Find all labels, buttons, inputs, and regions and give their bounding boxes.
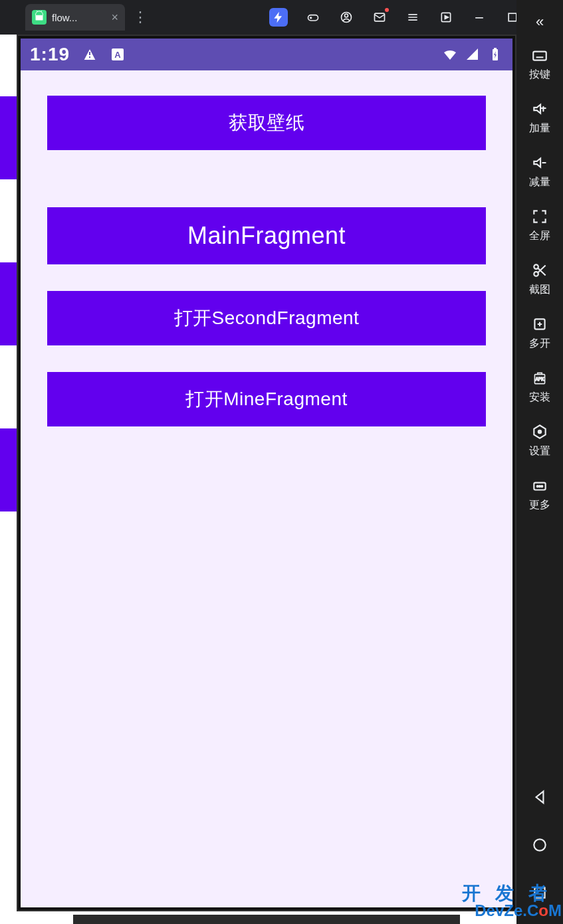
- svg-point-18: [541, 486, 542, 487]
- main-fragment-button[interactable]: MainFragment: [47, 207, 486, 264]
- settings-icon: [531, 423, 548, 440]
- watermark-line1: 开发者: [462, 884, 562, 903]
- menu-icon[interactable]: [405, 9, 421, 25]
- sidebar-label: 更多: [529, 498, 550, 512]
- home-icon[interactable]: [531, 836, 548, 856]
- android-status-bar: 1:19 A: [21, 39, 512, 70]
- android-icon: [32, 10, 47, 25]
- horizontal-scrollbar[interactable]: [73, 915, 460, 924]
- apk-icon: APK: [531, 369, 548, 387]
- bolt-icon[interactable]: [269, 8, 288, 27]
- svg-point-3: [345, 14, 348, 17]
- more-icon: [531, 477, 548, 494]
- sidebar-label: 按键: [529, 68, 550, 82]
- sidebar-label: 减量: [529, 175, 550, 189]
- sidebar-label: 设置: [529, 444, 550, 458]
- app-content: 获取壁纸 MainFragment 打开SecondFragment 打开Min…: [21, 70, 512, 426]
- browser-tab[interactable]: flow... ×: [25, 4, 125, 31]
- sidebar-label: 多开: [529, 337, 550, 351]
- close-tab-icon[interactable]: ×: [111, 11, 118, 25]
- scissors-icon: [531, 262, 548, 279]
- back-icon[interactable]: [531, 788, 548, 808]
- open-mine-button[interactable]: 打开MineFragment: [47, 372, 486, 426]
- svg-rect-6: [508, 13, 516, 21]
- open-second-button[interactable]: 打开SecondFragment: [47, 291, 486, 345]
- collapse-icon[interactable]: «: [536, 13, 544, 31]
- svg-rect-7: [533, 52, 546, 60]
- sidebar-label: 全屏: [529, 229, 550, 243]
- svg-text:APK: APK: [535, 377, 544, 381]
- watermark-line2: DevZe.CoM: [462, 903, 562, 919]
- sidebar-item-settings[interactable]: 设置: [529, 423, 550, 458]
- sidebar-item-multi[interactable]: 多开: [529, 316, 550, 351]
- page-background: [0, 0, 17, 924]
- ime-icon: A: [110, 46, 126, 62]
- signal-icon: [465, 46, 481, 62]
- sidebar-item-fullscreen[interactable]: 全屏: [529, 208, 550, 243]
- volume-up-icon: [531, 100, 548, 118]
- emulator-screen: 1:19 A 获取壁纸 MainFragment 打开SecondFragmen…: [21, 39, 512, 907]
- gamepad-icon[interactable]: [305, 9, 321, 25]
- status-time: 1:19: [30, 44, 70, 65]
- watermark: 开发者 DevZe.CoM: [462, 884, 562, 919]
- sidebar-item-volup[interactable]: 加量: [529, 100, 550, 136]
- more-vert-icon[interactable]: ⋮: [133, 9, 148, 26]
- svg-point-16: [537, 486, 538, 487]
- svg-rect-1: [308, 15, 318, 21]
- svg-text:A: A: [114, 50, 121, 60]
- svg-rect-24: [494, 48, 497, 49]
- cast-icon[interactable]: [438, 9, 454, 25]
- svg-point-14: [538, 430, 541, 433]
- wallpaper-button[interactable]: 获取壁纸: [47, 96, 486, 150]
- sidebar-item-more[interactable]: 更多: [529, 477, 550, 512]
- svg-rect-0: [36, 15, 43, 20]
- keyboard-icon: [531, 46, 548, 64]
- battery-icon: [487, 46, 503, 62]
- svg-point-19: [534, 839, 545, 850]
- svg-point-9: [534, 272, 538, 276]
- sidebar-label: 截图: [529, 283, 550, 297]
- sidebar-item-voldown[interactable]: 减量: [529, 154, 550, 189]
- volume-down-icon: [531, 154, 548, 171]
- svg-point-8: [534, 264, 538, 269]
- multi-icon: [531, 316, 548, 333]
- sidebar-item-keys[interactable]: 按键: [529, 46, 550, 82]
- minimize-icon[interactable]: [471, 9, 487, 25]
- window-title-bar: flow... × ⋮: [0, 0, 563, 35]
- mail-icon[interactable]: [372, 9, 388, 25]
- emulator-frame: 1:19 A 获取壁纸 MainFragment 打开SecondFragmen…: [17, 35, 516, 911]
- account-icon[interactable]: [338, 9, 354, 25]
- sidebar-item-screenshot[interactable]: 截图: [529, 262, 550, 297]
- sidebar-item-install[interactable]: APK 安装: [529, 369, 550, 405]
- emulator-sidebar: « 按键 加量 减量 全屏 截图 多开 APK 安装 设置 更多: [516, 0, 563, 924]
- warning-icon: [82, 46, 98, 62]
- sidebar-label: 加量: [529, 122, 550, 136]
- sidebar-label: 安装: [529, 391, 550, 405]
- svg-point-17: [539, 486, 540, 487]
- tab-title: flow...: [52, 12, 106, 23]
- wifi-icon: [442, 46, 458, 62]
- fullscreen-icon: [531, 208, 548, 225]
